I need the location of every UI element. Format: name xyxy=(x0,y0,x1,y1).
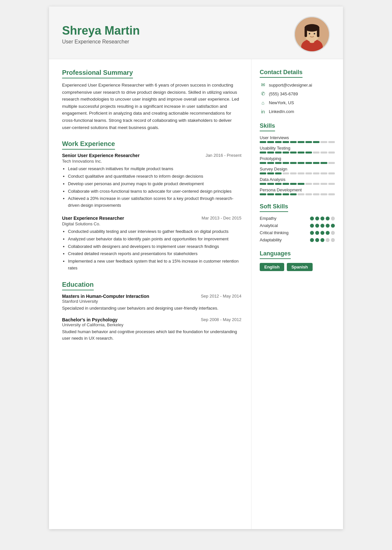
skill-item: Data Analysis xyxy=(260,177,335,185)
skill-name: Persona Development xyxy=(260,187,335,192)
soft-skill-item: Analytical xyxy=(260,223,335,228)
work-title: Work Experience xyxy=(62,140,115,150)
main-content: Professional Summary Experienced User Ex… xyxy=(49,59,343,529)
job-date: Jan 2016 - Present xyxy=(205,153,241,158)
skill-segment-filled xyxy=(283,183,289,185)
contact-phone-icon: ✆ xyxy=(260,90,266,97)
skill-segment-empty xyxy=(313,183,319,185)
edu-date: Sep 2012 - May 2014 xyxy=(201,294,241,299)
job-bullets: Lead user research initiatives for multi… xyxy=(68,166,241,209)
education-title: Education xyxy=(62,281,94,290)
job-bullets: Conducted usability testing and user int… xyxy=(68,228,241,272)
skill-segment-filled xyxy=(313,162,319,164)
skill-segment-filled xyxy=(290,162,297,164)
skill-name: Survey Design xyxy=(260,167,335,171)
job-bullet: Collaborated with designers and develope… xyxy=(68,243,241,250)
skill-segment-filled xyxy=(298,141,304,143)
dot-filled xyxy=(315,224,319,228)
skill-segment-filled xyxy=(305,162,312,164)
dot-filled xyxy=(326,224,330,228)
contact-item: inLinkedIn.com xyxy=(260,108,335,115)
skill-segment-empty xyxy=(328,172,335,174)
soft-skill-name: Critical thinking xyxy=(260,230,288,235)
job-bullet: Develop user personas and journey maps t… xyxy=(68,181,241,187)
skill-segment-filled xyxy=(267,141,274,143)
right-column: Contact Details ✉support@cvdesigner.ai✆(… xyxy=(252,59,343,529)
skill-segment-empty xyxy=(328,141,335,143)
languages-list: EnglishSpanish xyxy=(260,263,335,271)
skill-segment-empty xyxy=(313,152,319,154)
jobs-list: Senior User Experience ResearcherJan 201… xyxy=(62,153,241,272)
skill-segment-filled xyxy=(267,152,274,154)
skills-section: Skills User InterviewsUsability TestingP… xyxy=(260,122,335,195)
job-company: Tech Innovations Inc. xyxy=(62,159,241,164)
edu-block: Bachelor's in PsychologySep 2008 - May 2… xyxy=(62,317,241,341)
education-section: Education Masters in Human-Computer Inte… xyxy=(62,281,241,342)
job-date: Mar 2013 - Dec 2015 xyxy=(202,216,241,220)
job-block: Senior User Experience ResearcherJan 201… xyxy=(62,153,241,209)
edu-school: University of California, Berkeley xyxy=(62,322,241,327)
dot-filled xyxy=(320,217,324,220)
skill-segment-filled xyxy=(260,152,266,154)
skill-segment-filled xyxy=(290,152,297,154)
skill-segment-filled xyxy=(260,141,266,143)
contact-linkedin-icon: in xyxy=(260,108,266,115)
contact-list: ✉support@cvdesigner.ai✆(555) 345-6789⌂Ne… xyxy=(260,82,335,115)
edu-block: Masters in Human-Computer InteractionSep… xyxy=(62,294,241,312)
work-section: Work Experience Senior User Experience R… xyxy=(62,140,241,272)
job-title: User Experience Researcher xyxy=(62,216,124,221)
skill-segment-filled xyxy=(298,152,304,154)
job-title: Senior User Experience Researcher xyxy=(62,153,139,158)
skill-bar xyxy=(260,183,335,185)
skill-segment-filled xyxy=(305,141,312,143)
job-bullet: Conduct qualitative and quantitative res… xyxy=(68,173,241,180)
skill-segment-empty xyxy=(305,183,312,185)
job-company: Digital Solutions Co. xyxy=(62,221,241,226)
skill-bar xyxy=(260,162,335,164)
dot-empty xyxy=(331,231,335,235)
skill-segment-filled xyxy=(290,193,297,195)
contact-title: Contact Details xyxy=(260,69,302,78)
candidate-title: User Experience Researcher xyxy=(62,39,140,45)
dot-filled xyxy=(326,231,330,235)
dot-empty xyxy=(331,238,335,242)
dot-filled xyxy=(310,224,314,228)
skill-segment-filled xyxy=(320,162,327,164)
edu-school: Stanford University xyxy=(62,299,241,304)
svg-point-7 xyxy=(306,26,318,31)
edu-degree: Bachelor's in Psychology xyxy=(62,317,118,322)
skill-name: User Interviews xyxy=(260,135,335,140)
dot-filled xyxy=(310,238,314,242)
soft-skill-dots xyxy=(310,217,335,220)
dot-filled xyxy=(310,217,314,220)
contact-location-icon: ⌂ xyxy=(260,99,266,106)
skill-segment-empty xyxy=(298,193,304,195)
contact-value: NewYork, US xyxy=(269,100,294,105)
language-badge: English xyxy=(260,263,284,271)
skill-segment-filled xyxy=(267,172,274,174)
dot-filled xyxy=(320,224,324,228)
skill-item: User Interviews xyxy=(260,135,335,143)
job-bullet: Lead user research initiatives for multi… xyxy=(68,166,241,172)
left-column: Professional Summary Experienced User Ex… xyxy=(49,59,252,529)
skill-item: Usability Testing xyxy=(260,146,335,154)
job-bullet: Achieved a 20% increase in user satisfac… xyxy=(68,195,241,209)
soft-skill-dots xyxy=(310,231,335,235)
skill-item: Persona Development xyxy=(260,187,335,195)
skill-bar xyxy=(260,141,335,143)
skills-list: User InterviewsUsability TestingPrototyp… xyxy=(260,135,335,195)
skill-segment-filled xyxy=(260,172,266,174)
soft-skill-dots xyxy=(310,238,335,242)
job-bullet: Collaborate with cross-functional teams … xyxy=(68,188,241,195)
skill-segment-empty xyxy=(320,193,327,195)
dot-empty xyxy=(326,238,330,242)
contact-email-icon: ✉ xyxy=(260,82,266,88)
skills-title: Skills xyxy=(260,122,275,131)
skill-segment-filled xyxy=(305,152,312,154)
skill-segment-filled xyxy=(267,183,274,185)
skill-segment-filled xyxy=(260,193,266,195)
skill-segment-empty xyxy=(313,193,319,195)
edu-degree: Masters in Human-Computer Interaction xyxy=(62,294,149,299)
skill-name: Prototyping xyxy=(260,156,335,161)
skill-segment-empty xyxy=(298,172,304,174)
